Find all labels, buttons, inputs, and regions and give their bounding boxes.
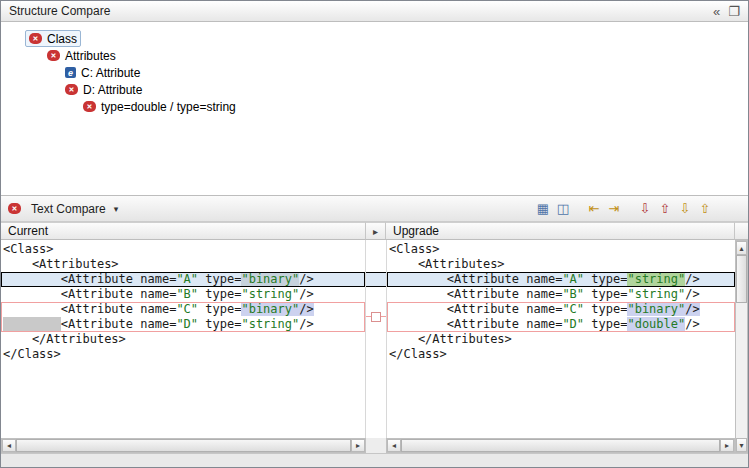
code-line[interactable]: </Class>	[1, 347, 365, 362]
code-token: "A"	[176, 272, 198, 286]
code-token: "string"	[627, 272, 685, 286]
scroll-up-button[interactable]: ▴	[736, 241, 747, 255]
code-token: "string"	[241, 287, 299, 301]
left-editor[interactable]: <Class> <Attributes> <Attribute name="A"…	[1, 240, 366, 438]
vertical-scrollbar[interactable]: ▴ ▾	[735, 240, 748, 453]
code-token: </Attributes>	[3, 332, 126, 346]
code-token: "double"	[627, 317, 685, 331]
code-token: "binary"	[627, 302, 685, 316]
code-token: />	[299, 302, 313, 316]
text-compare-toolbar: ▦◫⇤⇥⇩⇧⇩⇧	[533, 200, 741, 218]
code-token: <Attribute name=	[389, 317, 562, 331]
copy-all-from-right-to-left-icon[interactable]: ⇤	[584, 200, 604, 218]
code-token: "string"	[627, 287, 685, 301]
scroll-left-button[interactable]: ◂	[2, 439, 16, 452]
swap-left-and-right-icon[interactable]: ◫	[553, 200, 573, 218]
code-line[interactable]: </Attributes>	[1, 332, 365, 347]
code-token: "string"	[241, 317, 299, 331]
code-line[interactable]: <Attribute name="B" type="string"/>	[387, 287, 735, 302]
tree-item-box: ✕type=double / type=string	[79, 98, 240, 115]
code-token: </Class>	[389, 347, 447, 361]
scrollbar-gap	[366, 438, 386, 453]
code-token	[3, 317, 61, 331]
code-token: </Attributes>	[389, 332, 512, 346]
code-token: type=	[198, 287, 241, 301]
two-way-compare-icon[interactable]: ▦	[533, 200, 553, 218]
conflict-connector-handle[interactable]	[371, 312, 381, 322]
code-token: "D"	[176, 317, 198, 331]
code-token: />	[299, 317, 313, 331]
tree-item[interactable]: ✕Attributes	[1, 47, 748, 64]
next-change-icon[interactable]: ⇩	[675, 200, 695, 218]
code-line[interactable]: <Class>	[1, 242, 365, 257]
vertical-scrollbar-track[interactable]	[736, 303, 747, 438]
left-horizontal-scrollbar[interactable]: ◂ ▸	[1, 438, 366, 453]
code-line[interactable]: </Attributes>	[387, 332, 735, 347]
code-token: type=	[198, 272, 241, 286]
right-horizontal-scrollbar-thumb[interactable]	[401, 439, 720, 452]
tree-item[interactable]: ✕Class	[1, 30, 748, 47]
code-token: "binary"	[241, 302, 299, 316]
code-line[interactable]: <Attribute name="B" type="string"/>	[1, 287, 365, 302]
text-compare-header: ✕ Text Compare ▾ ▦◫⇤⇥⇩⇧⇩⇧	[1, 195, 748, 222]
pane-layout-icon[interactable]: ❐	[728, 5, 740, 18]
tree-item[interactable]: eC: Attribute	[1, 64, 748, 81]
tree-item[interactable]: ✕type=double / type=string	[1, 98, 748, 115]
left-pane-header: Current	[1, 222, 366, 240]
right-pane-header: Upgrade	[386, 222, 735, 240]
code-token: "C"	[176, 302, 198, 316]
code-token: "D"	[562, 317, 584, 331]
status-strip	[1, 453, 748, 467]
left-horizontal-scrollbar-thumb[interactable]	[16, 439, 351, 452]
scroll-right-button[interactable]: ▸	[351, 439, 365, 452]
tree-item-label: Class	[47, 32, 77, 46]
scroll-down-button[interactable]: ▾	[736, 438, 747, 452]
next-difference-icon[interactable]: ⇩	[635, 200, 655, 218]
code-token: <Attribute name=	[389, 287, 562, 301]
right-horizontal-scrollbar[interactable]: ◂ ▸	[386, 438, 735, 453]
code-line[interactable]: <Class>	[387, 242, 735, 257]
tree-item-box: ✕Class	[25, 30, 81, 47]
scroll-right-button[interactable]: ▸	[720, 439, 734, 452]
text-compare-icon: ✕	[8, 203, 21, 214]
conflict-icon: ✕	[47, 50, 60, 61]
tree-item-label: C: Attribute	[81, 66, 140, 80]
code-line[interactable]: </Class>	[387, 347, 735, 362]
tree-item-box: ✕D: Attribute	[61, 81, 146, 98]
chevron-down-icon[interactable]: ▾	[114, 204, 119, 214]
code-token: />	[685, 272, 699, 286]
code-line[interactable]: <Attributes>	[1, 257, 365, 272]
code-token: "A"	[562, 272, 584, 286]
previous-change-icon[interactable]: ⇧	[695, 200, 715, 218]
code-line[interactable]: <Attributes>	[387, 257, 735, 272]
collapse-panel-icon[interactable]: «	[713, 5, 720, 18]
conflict-icon: ✕	[65, 84, 78, 95]
tree-item-label: Attributes	[65, 49, 116, 63]
code-token: type=	[584, 272, 627, 286]
compare-editor: Structure Compare «❐ ✕Class✕AttributeseC…	[0, 0, 749, 468]
scroll-left-button[interactable]: ◂	[387, 439, 401, 452]
tree-item[interactable]: ✕D: Attribute	[1, 81, 748, 98]
vertical-scrollbar-thumb[interactable]	[736, 255, 747, 303]
code-line[interactable]: <Attribute name="D" type="string"/>	[1, 317, 365, 332]
code-line[interactable]: <Attribute name="C" type="binary"/>	[1, 302, 365, 317]
code-line[interactable]: <Attribute name="A" type="string"/>	[387, 272, 735, 287]
code-token: "binary"	[241, 272, 299, 286]
text-compare-title: Text Compare	[31, 202, 106, 216]
code-token: <Attribute name=	[389, 302, 562, 316]
code-line[interactable]: <Attribute name="A" type="binary"/>	[1, 272, 365, 287]
structure-compare-tree: ✕Class✕AttributeseC: Attribute✕D: Attrib…	[1, 22, 748, 195]
selected-diff-connector	[366, 272, 386, 287]
right-editor[interactable]: <Class> <Attributes> <Attribute name="A"…	[386, 240, 735, 438]
direction-indicator-icon[interactable]: ▸	[373, 226, 378, 237]
code-token: <Class>	[3, 242, 54, 256]
code-line[interactable]: <Attribute name="C" type="binary"/>	[387, 302, 735, 317]
diff-connector-area	[366, 240, 386, 438]
code-line[interactable]: <Attribute name="D" type="double"/>	[387, 317, 735, 332]
conflict-icon: ✕	[29, 33, 42, 44]
center-pane-header: ▸	[366, 222, 386, 240]
structure-compare-title: Structure Compare	[9, 4, 110, 18]
code-token: </Class>	[3, 347, 61, 361]
copy-all-from-left-to-right-icon[interactable]: ⇥	[604, 200, 624, 218]
previous-difference-icon[interactable]: ⇧	[655, 200, 675, 218]
